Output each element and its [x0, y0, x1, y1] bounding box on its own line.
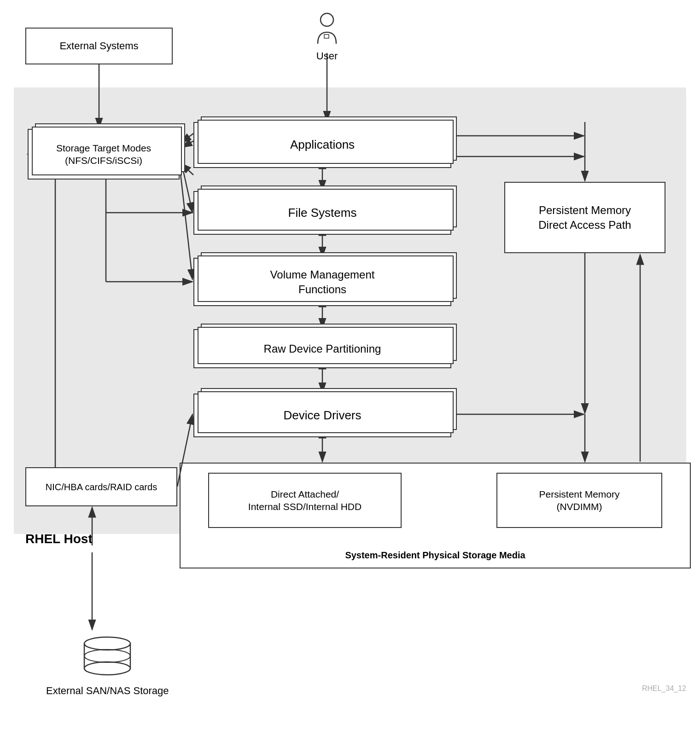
- svg-point-6: [84, 649, 130, 662]
- storage-target-modes-box: Storage Target Modes (NFS/CIFS/iSCSi): [28, 129, 180, 180]
- rhel-host-label: RHEL Host: [25, 532, 93, 546]
- system-resident-label: System-Resident Physical Storage Media: [181, 549, 690, 561]
- file-systems-box: File Systems: [193, 191, 451, 235]
- storage-cylinder-icon: [82, 631, 133, 681]
- persistent-memory-path-box: Persistent Memory Direct Access Path: [504, 182, 665, 253]
- svg-point-0: [321, 13, 333, 26]
- direct-attached-box: Direct Attached/ Internal SSD/Internal H…: [208, 473, 402, 528]
- svg-rect-1: [324, 35, 329, 38]
- applications-box: Applications: [193, 122, 451, 168]
- svg-point-2: [84, 637, 130, 650]
- raw-device-partitioning-box: Raw Device Partitioning: [193, 329, 451, 368]
- user-icon: [313, 12, 341, 48]
- external-san-nas: External SAN/NAS Storage: [46, 631, 169, 697]
- watermark: RHEL_34_12: [642, 684, 686, 693]
- external-systems-box: External Systems: [25, 28, 173, 64]
- volume-management-box: Volume Management Functions: [193, 258, 451, 306]
- device-drivers-box: Device Drivers: [193, 394, 451, 437]
- persistent-memory-nvdimm-box: Persistent Memory (NVDIMM): [496, 473, 662, 528]
- nic-hba-box: NIC/HBA cards/RAID cards: [25, 467, 177, 506]
- system-resident-box: Direct Attached/ Internal SSD/Internal H…: [180, 463, 691, 568]
- svg-point-5: [84, 662, 130, 675]
- user-figure: User: [313, 12, 341, 62]
- diagram-container: External Systems User Storage Target Mod…: [0, 0, 700, 748]
